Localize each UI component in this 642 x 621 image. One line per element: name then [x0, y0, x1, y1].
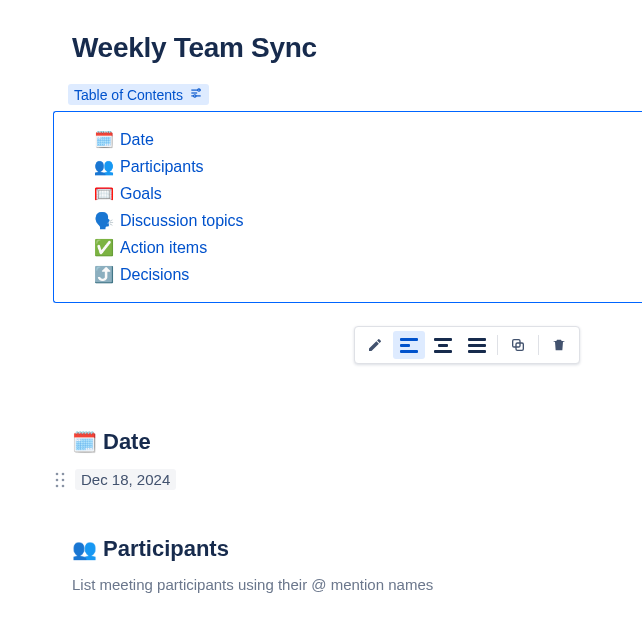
- toolbar-separator: [497, 335, 498, 355]
- toc-panel: 🗓️ Date 👥 Participants 🥅 Goals 🗣️ Discus…: [53, 111, 642, 303]
- toc-link-label: Participants: [120, 158, 204, 176]
- macro-toolbar: [354, 326, 580, 364]
- toc-link-label: Goals: [120, 185, 162, 203]
- participants-placeholder[interactable]: List meeting participants using their @ …: [72, 576, 642, 593]
- svg-point-5: [56, 472, 59, 475]
- people-icon: 👥: [94, 157, 114, 176]
- section-heading-participants: 👥 Participants: [72, 536, 642, 562]
- heading-text: Date: [103, 429, 151, 455]
- svg-point-10: [62, 484, 65, 487]
- section-heading-date: 🗓️ Date: [72, 429, 642, 455]
- toc-link-label: Date: [120, 131, 154, 149]
- calendar-icon: 🗓️: [72, 430, 97, 454]
- calendar-icon: 🗓️: [94, 130, 114, 149]
- date-value[interactable]: Dec 18, 2024: [75, 469, 176, 490]
- svg-point-6: [62, 472, 65, 475]
- heading-text: Participants: [103, 536, 229, 562]
- arrow-icon: ⤴️: [94, 265, 114, 284]
- align-left-button[interactable]: [393, 331, 425, 359]
- settings-icon: [189, 86, 203, 103]
- speaking-icon: 🗣️: [94, 211, 114, 230]
- align-full-button[interactable]: [461, 331, 493, 359]
- toc-item-goals[interactable]: 🥅 Goals: [94, 184, 642, 203]
- align-center-button[interactable]: [427, 331, 459, 359]
- section-participants: 👥 Participants List meeting participants…: [72, 536, 642, 593]
- toc-label-text: Table of Contents: [74, 87, 183, 103]
- toc-item-actions[interactable]: ✅ Action items: [94, 238, 642, 257]
- svg-point-3: [198, 89, 200, 91]
- goal-icon: 🥅: [94, 184, 114, 203]
- check-icon: ✅: [94, 238, 114, 257]
- svg-point-7: [56, 478, 59, 481]
- drag-handle-icon[interactable]: [55, 472, 65, 488]
- toc-item-date[interactable]: 🗓️ Date: [94, 130, 642, 149]
- toc-item-participants[interactable]: 👥 Participants: [94, 157, 642, 176]
- page-title: Weekly Team Sync: [72, 32, 642, 64]
- toc-list: 🗓️ Date 👥 Participants 🥅 Goals 🗣️ Discus…: [94, 130, 642, 284]
- copy-button[interactable]: [502, 331, 534, 359]
- people-icon: 👥: [72, 537, 97, 561]
- svg-point-4: [194, 95, 196, 97]
- toc-link-label: Decisions: [120, 266, 189, 284]
- toc-link-label: Discussion topics: [120, 212, 244, 230]
- toc-link-label: Action items: [120, 239, 207, 257]
- toolbar-separator: [538, 335, 539, 355]
- svg-point-8: [62, 478, 65, 481]
- edit-button[interactable]: [359, 331, 391, 359]
- toc-macro-label[interactable]: Table of Contents: [68, 84, 209, 105]
- toc-item-discussion[interactable]: 🗣️ Discussion topics: [94, 211, 642, 230]
- svg-point-9: [56, 484, 59, 487]
- toc-item-decisions[interactable]: ⤴️ Decisions: [94, 265, 642, 284]
- delete-button[interactable]: [543, 331, 575, 359]
- section-date: 🗓️ Date Dec 18, 2024: [72, 429, 642, 490]
